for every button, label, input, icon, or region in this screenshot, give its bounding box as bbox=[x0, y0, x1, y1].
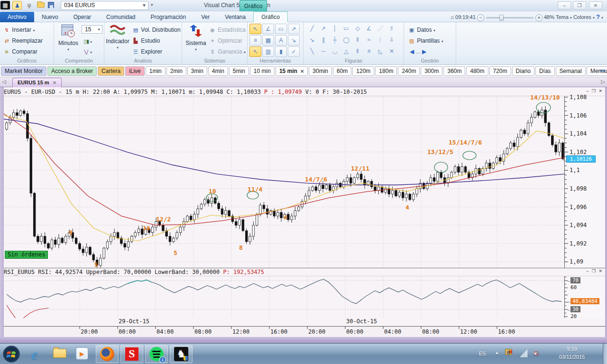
language-indicator[interactable]: ES bbox=[479, 351, 486, 356]
help-button[interactable]: ? bbox=[596, 13, 600, 20]
expand-tool-icon[interactable]: ↗ bbox=[288, 24, 300, 34]
timeframe-semanal[interactable]: Semanal bbox=[556, 66, 586, 76]
gann-fan-tool-icon[interactable]: ◺ bbox=[375, 46, 386, 57]
price-axis[interactable]: 1,1081,1061,1041,1021,11,0981,0961,0941,… bbox=[564, 96, 605, 268]
segment-tool-icon[interactable]: ↘ bbox=[307, 35, 317, 46]
trend-line-tool-icon[interactable]: ↗ bbox=[318, 24, 329, 34]
parallel-vertical-tool-icon[interactable]: ‖ bbox=[352, 35, 363, 46]
timeframe-cartera[interactable]: Cartera bbox=[98, 66, 124, 76]
zoom-out-button[interactable]: − bbox=[477, 14, 484, 21]
save-icon[interactable] bbox=[48, 2, 54, 8]
key-icon[interactable]: φ bbox=[25, 1, 34, 9]
timeframe-acceso-a-broker[interactable]: Acceso a Broker bbox=[47, 66, 97, 76]
tab-scroll-right-icon[interactable]: ▷ bbox=[601, 79, 605, 85]
comparar-button[interactable]: ≋ Comparar bbox=[3, 47, 37, 56]
insertar-button[interactable]: ↯ Insertar ▾ bbox=[3, 25, 35, 35]
explorer-button[interactable]: ☰ Explorer bbox=[132, 47, 162, 56]
ribbon-tab-programación[interactable]: Programación bbox=[143, 12, 193, 23]
pointer-tool-icon[interactable]: ↖ bbox=[249, 24, 261, 34]
ribbon-tab-archivo[interactable]: Archivo bbox=[0, 12, 34, 23]
minutos-button[interactable]: , Minutos▾ bbox=[56, 24, 81, 56]
line-tool-icon[interactable]: ╱ bbox=[307, 24, 317, 34]
time-axis[interactable]: ≋ ➢ 20:0000:0004:0008:0012:0016:0020:000… bbox=[4, 326, 605, 337]
ribbon-tab-comunidad[interactable]: Comunidad bbox=[99, 12, 143, 23]
timeframe-120m[interactable]: 120m bbox=[352, 66, 374, 76]
timeframe-720m[interactable]: 720m bbox=[489, 66, 511, 76]
colores-menu[interactable]: Colores bbox=[573, 14, 591, 20]
minimize-button[interactable]: – bbox=[558, 1, 571, 9]
vol-distribution-button[interactable]: ▤ Vol. Distribution bbox=[132, 25, 181, 35]
measure-tool-icon[interactable]: ▦ bbox=[262, 35, 274, 46]
angle-line-tool-icon[interactable]: ∠ bbox=[364, 24, 374, 34]
timeframe-10-min[interactable]: 10 min bbox=[250, 66, 275, 76]
zoom-in-button[interactable]: + bbox=[535, 14, 543, 21]
timeframe-30min[interactable]: 30min bbox=[309, 66, 332, 76]
timeframe-diario[interactable]: Diario bbox=[512, 66, 534, 76]
s-app-taskbar-button[interactable]: S bbox=[120, 345, 143, 363]
panel-lines-tool-icon[interactable]: ≡ bbox=[249, 35, 261, 46]
chevron-down-icon[interactable]: ▾ bbox=[593, 16, 595, 20]
triangle-tool-icon[interactable]: △ bbox=[341, 46, 351, 57]
filter-button[interactable]: ⋁▾ bbox=[83, 47, 92, 56]
ribbon-tab-ver[interactable]: Ver bbox=[193, 12, 217, 23]
percent-lines-tool-icon[interactable]: ⋮ bbox=[375, 35, 386, 46]
timeframe-480m[interactable]: 480m bbox=[466, 66, 488, 76]
rhombus-tool-icon[interactable]: ◇ bbox=[352, 24, 363, 34]
ray-tool-icon[interactable]: ╲ bbox=[307, 46, 317, 57]
rsi-axis[interactable]: 70←6040,83484←30←20 bbox=[564, 276, 605, 318]
internet-explorer-icon[interactable]: e bbox=[31, 346, 46, 362]
estudio-button[interactable]: ▙ Estudio bbox=[132, 36, 160, 46]
spotify-taskbar-button[interactable]: 1 bbox=[145, 345, 168, 363]
datos-button[interactable]: ▣ Datos ▾ bbox=[408, 25, 435, 35]
zoom-slider[interactable] bbox=[486, 17, 533, 18]
timeframe-días[interactable]: Días bbox=[535, 66, 555, 76]
timeframe-3min[interactable]: 3min bbox=[187, 66, 207, 76]
timeframe-60m[interactable]: 60m bbox=[333, 66, 351, 76]
visualchart-taskbar-button[interactable]: ♞ bbox=[170, 345, 193, 363]
rsi-chart[interactable] bbox=[4, 276, 564, 318]
parallel-lines-tool-icon[interactable]: ∥ bbox=[318, 35, 329, 46]
reemplazar-button[interactable]: ⇄ Reemplazar bbox=[3, 36, 43, 46]
document-selector[interactable]: 034 EURUS▾ bbox=[61, 1, 148, 10]
pointer-line-tool-icon[interactable]: ↖ bbox=[249, 46, 261, 57]
volume-tool-icon[interactable]: ▮ bbox=[275, 46, 287, 57]
rsi-pane-window-buttons[interactable]: ‒ ❐ ✕ bbox=[586, 269, 603, 273]
ribbon-tab-gráfico[interactable]: Gráfico bbox=[253, 11, 288, 22]
text-tool-icon[interactable]: A bbox=[275, 35, 287, 46]
signal-strength-icon[interactable] bbox=[521, 350, 528, 357]
price-chart[interactable] bbox=[4, 96, 564, 268]
timeframe-5min[interactable]: 5min bbox=[229, 66, 249, 76]
apply-tool-icon[interactable]: ✓ bbox=[288, 46, 300, 57]
clock[interactable]: 9:19 bbox=[550, 346, 594, 352]
prev-page-icon[interactable]: ◀ bbox=[410, 48, 414, 55]
timeframe-180m[interactable]: 180m bbox=[375, 66, 397, 76]
timeframe-240m[interactable]: 240m bbox=[398, 66, 420, 76]
chevron-down-icon[interactable]: ▾ bbox=[140, 1, 148, 9]
ellipse-tool-icon[interactable]: ◯ bbox=[341, 35, 351, 46]
timeframe-15-min[interactable]: 15 min✕ bbox=[276, 66, 308, 76]
date[interactable]: 03/11/2015 bbox=[550, 354, 594, 360]
collapse-tool-icon[interactable]: ↘ bbox=[288, 35, 300, 46]
ruler-tool-icon[interactable]: ∠ bbox=[262, 24, 274, 34]
show-desktop-button[interactable] bbox=[603, 344, 607, 364]
arrow-up-tool-icon[interactable]: ⇧ bbox=[386, 24, 397, 34]
timeframe-2min[interactable]: 2min bbox=[166, 66, 186, 76]
context-tab-grafico[interactable]: Gráfico bbox=[239, 0, 267, 11]
timeframe-1min[interactable]: 1min bbox=[146, 66, 166, 76]
rectangle-tool-icon[interactable]: ▭ bbox=[341, 24, 351, 34]
timeframe-300m[interactable]: 300m bbox=[421, 66, 442, 76]
timeframe-360m[interactable]: 360m bbox=[443, 66, 465, 76]
explorer-folder-icon[interactable] bbox=[53, 349, 68, 364]
timeframe-market-monitor[interactable]: Market Monitor bbox=[1, 66, 46, 76]
home-icon[interactable]: ⌂ bbox=[451, 14, 454, 20]
scroll-left-icon[interactable]: ◂ bbox=[599, 67, 602, 73]
open-icon[interactable] bbox=[37, 2, 45, 8]
close-tab-icon[interactable]: ✕ bbox=[53, 80, 56, 85]
arc-tool-icon[interactable]: ◡ bbox=[330, 46, 340, 57]
scroll-right-icon[interactable]: ▸ bbox=[603, 67, 606, 73]
fib-time-zones-tool-icon[interactable]: ‖ bbox=[352, 46, 363, 57]
sistema-button[interactable]: Sistema▾ bbox=[184, 24, 208, 56]
tab-eurus-15m[interactable]: EURUS 15 m✕ bbox=[12, 78, 62, 87]
session-icon[interactable]: ♟ bbox=[12, 1, 22, 9]
fan-arcs-tool-icon[interactable]: ≈ bbox=[364, 35, 374, 46]
